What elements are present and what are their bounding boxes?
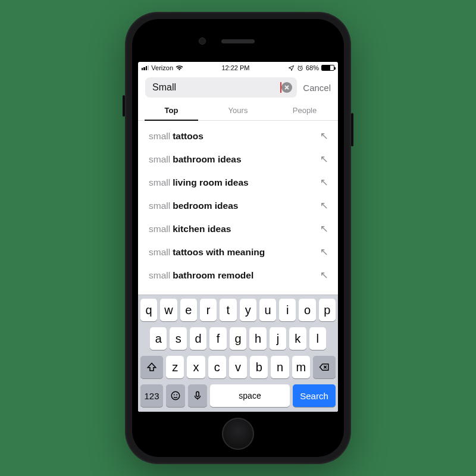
- list-item[interactable]: smalltattoos↗: [138, 124, 338, 148]
- key-u[interactable]: u: [259, 299, 276, 321]
- list-item[interactable]: smallbedroom ideas↗: [138, 194, 338, 217]
- key-b[interactable]: b: [250, 356, 268, 378]
- list-item[interactable]: smallapartment decorating↗: [138, 287, 338, 295]
- list-item[interactable]: smallliving room ideas↗: [138, 171, 338, 194]
- screen: Verizon 12:22 PM 68% Small: [138, 62, 338, 412]
- key-f[interactable]: f: [209, 327, 226, 350]
- key-a[interactable]: a: [150, 327, 167, 350]
- search-input[interactable]: Small: [145, 77, 297, 98]
- key-dictation[interactable]: [188, 384, 207, 407]
- key-r[interactable]: r: [200, 299, 217, 321]
- status-time: 12:22 PM: [221, 64, 249, 71]
- tab-yours[interactable]: Yours: [205, 101, 271, 120]
- svg-point-3: [176, 394, 177, 396]
- wifi-icon: [176, 65, 183, 71]
- insert-icon[interactable]: ↗: [320, 269, 328, 281]
- svg-rect-4: [196, 392, 199, 396]
- key-c[interactable]: c: [208, 356, 226, 378]
- key-k[interactable]: k: [289, 327, 306, 350]
- key-search[interactable]: Search: [293, 384, 336, 407]
- key-m[interactable]: m: [292, 356, 310, 378]
- key-j[interactable]: j: [270, 327, 286, 350]
- key-l[interactable]: l: [309, 327, 326, 350]
- key-e[interactable]: e: [180, 299, 197, 321]
- insert-icon[interactable]: ↗: [320, 153, 328, 165]
- emoji-icon: [170, 390, 181, 401]
- svg-point-2: [174, 394, 175, 396]
- insert-icon[interactable]: ↗: [320, 130, 328, 142]
- microphone-icon: [192, 390, 203, 401]
- ios-keyboard: q w e r t y u i o p a s d f g h: [138, 295, 338, 412]
- signal-bars-icon: [142, 65, 149, 71]
- key-w[interactable]: w: [160, 299, 177, 321]
- status-right: 68%: [288, 64, 334, 71]
- search-row: Small Cancel: [138, 74, 338, 101]
- insert-icon[interactable]: ↗: [320, 292, 328, 295]
- list-item[interactable]: smallkitchen ideas↗: [138, 217, 338, 240]
- key-h[interactable]: h: [249, 327, 266, 350]
- key-z[interactable]: z: [166, 356, 184, 378]
- key-g[interactable]: g: [230, 327, 246, 350]
- key-n[interactable]: n: [271, 356, 289, 378]
- phone-speaker: [221, 39, 255, 43]
- tab-top[interactable]: Top: [138, 101, 205, 120]
- key-numbers[interactable]: 123: [140, 384, 163, 407]
- search-input-text: Small: [152, 82, 280, 93]
- key-space[interactable]: space: [210, 384, 290, 407]
- key-y[interactable]: y: [240, 299, 256, 321]
- key-o[interactable]: o: [299, 299, 315, 321]
- battery-icon: [321, 65, 334, 71]
- phone-frame: Verizon 12:22 PM 68% Small: [125, 12, 351, 464]
- carrier-label: Verizon: [151, 64, 173, 71]
- insert-icon[interactable]: ↗: [320, 199, 328, 212]
- search-tabs: Top Yours People: [138, 101, 338, 121]
- suggestions-list: smalltattoos↗ smallbathroom ideas↗ small…: [138, 121, 338, 295]
- key-shift[interactable]: [140, 356, 163, 378]
- phone-camera: [199, 37, 206, 45]
- status-left: Verizon: [142, 64, 183, 71]
- key-s[interactable]: s: [170, 327, 186, 350]
- key-t[interactable]: t: [220, 299, 236, 321]
- status-bar: Verizon 12:22 PM 68%: [138, 62, 338, 74]
- key-v[interactable]: v: [229, 356, 247, 378]
- phone-bezel: Verizon 12:22 PM 68% Small: [132, 19, 344, 457]
- alarm-icon: [297, 65, 303, 71]
- key-emoji[interactable]: [166, 384, 185, 407]
- key-backspace[interactable]: [313, 356, 336, 378]
- key-i[interactable]: i: [279, 299, 296, 321]
- clear-icon[interactable]: [281, 82, 292, 93]
- battery-pct: 68%: [306, 64, 319, 71]
- home-button[interactable]: [222, 418, 254, 450]
- shift-icon: [146, 362, 157, 372]
- key-x[interactable]: x: [187, 356, 205, 378]
- list-item[interactable]: smalltattoos with meaning↗: [138, 240, 338, 264]
- cancel-button[interactable]: Cancel: [303, 83, 331, 93]
- tab-people[interactable]: People: [271, 101, 338, 120]
- backspace-icon: [319, 362, 330, 372]
- list-item[interactable]: smallbathroom ideas↗: [138, 148, 338, 171]
- key-d[interactable]: d: [190, 327, 206, 350]
- location-icon: [288, 65, 295, 71]
- svg-point-1: [171, 392, 180, 400]
- insert-icon[interactable]: ↗: [320, 176, 328, 189]
- key-p[interactable]: p: [319, 299, 336, 321]
- insert-icon[interactable]: ↗: [320, 246, 328, 258]
- key-q[interactable]: q: [140, 299, 157, 321]
- insert-icon[interactable]: ↗: [320, 223, 328, 235]
- list-item[interactable]: smallbathroom remodel↗: [138, 264, 338, 287]
